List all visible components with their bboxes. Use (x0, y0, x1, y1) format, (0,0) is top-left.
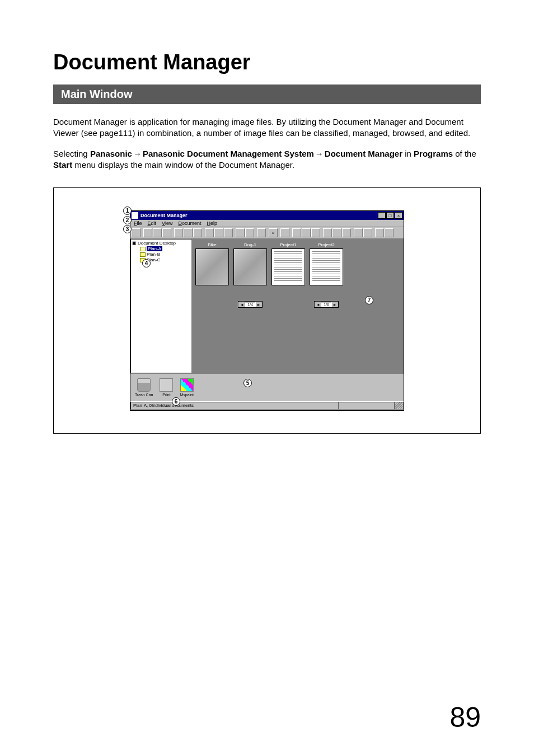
thumb-label: Bike (208, 242, 217, 247)
callout-5: 5 (243, 379, 252, 387)
link-label: Mspaint (180, 393, 194, 397)
window-controls: _ □ × (378, 212, 402, 219)
toolbar-button[interactable] (205, 228, 214, 237)
statusbar: Plan-A, 0Individual documents (130, 401, 404, 410)
tree-item[interactable]: Plan-A (140, 246, 190, 251)
tree-root[interactable]: ▣ Document Desktop (132, 241, 190, 246)
toolbar: × (130, 227, 404, 239)
main-area: ▣ Document Desktop Plan-A Plan-B Plan-C (130, 239, 404, 373)
toolbar-button[interactable] (143, 228, 152, 237)
status-text: Plan-A, 0Individual documents (130, 402, 339, 410)
pager-prev-button[interactable]: ◄ (315, 302, 321, 307)
menu-document[interactable]: Document (178, 220, 201, 226)
pager-next-button[interactable]: ► (331, 302, 338, 307)
thumbnail-item[interactable]: Bike (195, 242, 229, 285)
toolbar-button[interactable] (332, 228, 341, 237)
thumb-label: Project2 (318, 242, 334, 247)
tree-item[interactable]: Plan-B (140, 252, 190, 257)
page-title: Document Manager (53, 50, 481, 74)
titlebar: Document Manager _ □ × (130, 211, 404, 220)
titlebar-text: Document Manager (140, 213, 378, 218)
intro-paragraph-2: Selecting Panasonic → Panasonic Document… (53, 148, 481, 171)
toolbar-button[interactable] (311, 228, 320, 237)
pager-text: 1/4 (245, 303, 255, 307)
thumbnail-image (233, 248, 267, 285)
thumbnail-item[interactable]: Dog-1 ◄ 1/4 ► (233, 242, 267, 308)
folder-icon (140, 247, 146, 251)
section-heading: Main Window (53, 84, 481, 104)
callout-4: 4 (142, 259, 151, 267)
toolbar-button[interactable] (184, 228, 193, 237)
link-label: Trash Can (135, 393, 153, 397)
figure-container: 1 2 3 4 5 6 7 Document Manager _ □ × Fil… (53, 187, 481, 434)
thumb-label: Project1 (280, 242, 296, 247)
trash-icon (137, 378, 151, 392)
link-print[interactable]: Print (160, 378, 173, 397)
toolbar-button[interactable] (174, 228, 183, 237)
thumb-label: Dog-1 (244, 242, 256, 247)
maximize-button[interactable]: □ (386, 212, 394, 219)
thumbnail-image (195, 248, 229, 285)
pager-text: 1/6 (321, 303, 331, 307)
toolbar-button[interactable] (302, 228, 311, 237)
menu-edit[interactable]: Edit (148, 220, 157, 226)
menu-view[interactable]: View (162, 220, 172, 226)
callout-7: 7 (365, 296, 373, 304)
close-button[interactable]: × (395, 212, 402, 219)
link-bar: Trash Can Print Mspaint (130, 373, 404, 401)
toolbar-button[interactable] (342, 228, 351, 237)
toolbar-button[interactable] (224, 228, 233, 237)
thumbnail-item[interactable]: Project1 (271, 242, 305, 285)
toolbar-button[interactable] (363, 228, 372, 237)
tree-root-label: Document Desktop (138, 241, 176, 246)
toolbar-button[interactable] (236, 228, 245, 237)
resize-grip[interactable] (395, 402, 404, 410)
app-icon (132, 212, 138, 219)
pager-next-button[interactable]: ► (255, 302, 262, 307)
toolbar-button[interactable] (354, 228, 363, 237)
link-trash[interactable]: Trash Can (135, 378, 153, 397)
desktop-icon: ▣ (132, 241, 137, 246)
toolbar-button[interactable] (214, 228, 223, 237)
pager-prev-button[interactable]: ◄ (238, 302, 245, 307)
page-number: 89 (449, 701, 481, 734)
menu-help[interactable]: Help (207, 220, 217, 226)
link-mspaint[interactable]: Mspaint (180, 378, 194, 397)
toolbar-button[interactable] (257, 228, 266, 237)
thumbnail-image (271, 248, 305, 285)
document-manager-window: 1 2 3 4 5 6 7 Document Manager _ □ × Fil… (130, 210, 404, 411)
pager: ◄ 1/6 ► (314, 301, 339, 308)
intro-paragraph-1: Document Manager is application for mana… (53, 116, 481, 139)
toolbar-button[interactable] (162, 228, 171, 237)
thumbnail-image (310, 248, 343, 285)
callout-6: 6 (172, 397, 180, 406)
thumbnail-panel: Bike Dog-1 ◄ 1/4 ► Project1 (192, 239, 404, 373)
menu-file[interactable]: File (134, 220, 142, 226)
folder-icon (140, 252, 146, 257)
toolbar-button[interactable] (153, 228, 162, 237)
callout-2: 2 (123, 216, 132, 224)
printer-icon (160, 378, 173, 392)
callout-3: 3 (123, 225, 132, 233)
paint-icon (180, 378, 194, 392)
pager: ◄ 1/4 ► (238, 301, 263, 308)
toolbar-button[interactable] (132, 228, 140, 237)
toolbar-button[interactable] (280, 228, 289, 237)
toolbar-button[interactable] (245, 228, 254, 237)
menubar: File Edit View Document Help (130, 220, 404, 227)
tree-item-label: Plan-B (147, 252, 160, 257)
toolbar-button[interactable]: × (269, 228, 278, 237)
toolbar-button[interactable] (193, 228, 202, 237)
link-label: Print (162, 393, 170, 397)
folder-tree: ▣ Document Desktop Plan-A Plan-B Plan-C (130, 239, 192, 373)
toolbar-button[interactable] (323, 228, 332, 237)
minimize-button[interactable]: _ (378, 212, 386, 219)
toolbar-button[interactable] (385, 228, 394, 237)
toolbar-button[interactable] (375, 228, 384, 237)
thumbnail-item[interactable]: Project2 ◄ 1/6 ► (310, 242, 343, 308)
status-cell (339, 402, 395, 410)
tree-item-label: Plan-A (147, 246, 162, 251)
toolbar-button[interactable] (292, 228, 301, 237)
callout-1: 1 (123, 206, 132, 215)
